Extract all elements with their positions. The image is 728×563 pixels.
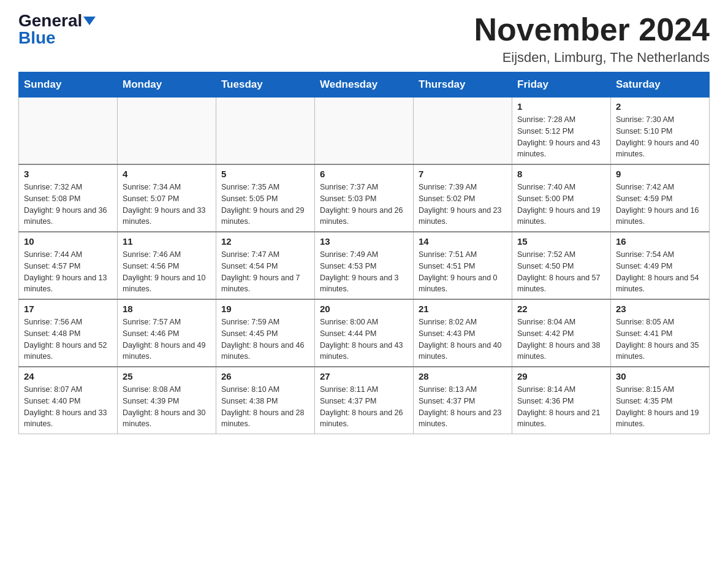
day-info: Sunrise: 8:05 AM Sunset: 4:41 PM Dayligh… bbox=[616, 316, 704, 362]
calendar-header-tuesday: Tuesday bbox=[216, 72, 315, 98]
day-info: Sunrise: 8:15 AM Sunset: 4:35 PM Dayligh… bbox=[616, 384, 704, 430]
calendar-cell: 9Sunrise: 7:42 AM Sunset: 4:59 PM Daylig… bbox=[611, 164, 710, 232]
calendar-cell: 20Sunrise: 8:00 AM Sunset: 4:44 PM Dayli… bbox=[315, 299, 414, 367]
calendar-cell: 2Sunrise: 7:30 AM Sunset: 5:10 PM Daylig… bbox=[611, 98, 710, 165]
calendar-cell: 25Sunrise: 8:08 AM Sunset: 4:39 PM Dayli… bbox=[118, 367, 216, 434]
calendar-cell: 17Sunrise: 7:56 AM Sunset: 4:48 PM Dayli… bbox=[19, 299, 118, 367]
location-subtitle: Eijsden, Limburg, The Netherlands bbox=[474, 50, 710, 66]
calendar-cell: 4Sunrise: 7:34 AM Sunset: 5:07 PM Daylig… bbox=[118, 164, 216, 232]
day-number: 29 bbox=[517, 371, 605, 381]
day-number: 6 bbox=[320, 169, 408, 179]
day-number: 16 bbox=[616, 236, 704, 247]
calendar-cell bbox=[315, 98, 414, 165]
day-info: Sunrise: 8:04 AM Sunset: 4:42 PM Dayligh… bbox=[517, 316, 605, 362]
day-info: Sunrise: 7:59 AM Sunset: 4:45 PM Dayligh… bbox=[221, 316, 309, 362]
day-number: 20 bbox=[320, 304, 408, 314]
calendar-cell: 22Sunrise: 8:04 AM Sunset: 4:42 PM Dayli… bbox=[512, 299, 611, 367]
day-number: 10 bbox=[24, 236, 112, 247]
day-info: Sunrise: 7:35 AM Sunset: 5:05 PM Dayligh… bbox=[221, 182, 309, 228]
calendar-cell: 16Sunrise: 7:54 AM Sunset: 4:49 PM Dayli… bbox=[611, 232, 710, 299]
day-number: 11 bbox=[123, 236, 211, 247]
calendar-cell: 13Sunrise: 7:49 AM Sunset: 4:53 PM Dayli… bbox=[315, 232, 414, 299]
day-info: Sunrise: 8:00 AM Sunset: 4:44 PM Dayligh… bbox=[320, 316, 408, 362]
calendar-week-row-4: 17Sunrise: 7:56 AM Sunset: 4:48 PM Dayli… bbox=[19, 299, 710, 367]
calendar-cell: 10Sunrise: 7:44 AM Sunset: 4:57 PM Dayli… bbox=[19, 232, 118, 299]
logo-triangle-icon bbox=[83, 17, 96, 25]
day-info: Sunrise: 8:10 AM Sunset: 4:38 PM Dayligh… bbox=[221, 384, 309, 430]
day-number: 2 bbox=[616, 101, 704, 112]
month-title: November 2024 bbox=[474, 12, 710, 47]
day-number: 8 bbox=[517, 169, 605, 179]
calendar-week-row-1: 1Sunrise: 7:28 AM Sunset: 5:12 PM Daylig… bbox=[19, 98, 710, 165]
calendar-header-wednesday: Wednesday bbox=[315, 72, 414, 98]
day-info: Sunrise: 7:47 AM Sunset: 4:54 PM Dayligh… bbox=[221, 249, 309, 295]
day-info: Sunrise: 7:34 AM Sunset: 5:07 PM Dayligh… bbox=[123, 182, 211, 228]
calendar-cell bbox=[216, 98, 315, 165]
calendar-cell: 18Sunrise: 7:57 AM Sunset: 4:46 PM Dayli… bbox=[118, 299, 216, 367]
day-number: 26 bbox=[221, 371, 309, 381]
day-number: 24 bbox=[24, 371, 112, 381]
calendar-cell: 19Sunrise: 7:59 AM Sunset: 4:45 PM Dayli… bbox=[216, 299, 315, 367]
day-info: Sunrise: 8:02 AM Sunset: 4:43 PM Dayligh… bbox=[419, 316, 507, 362]
calendar-cell: 30Sunrise: 8:15 AM Sunset: 4:35 PM Dayli… bbox=[611, 367, 710, 434]
day-number: 12 bbox=[221, 236, 309, 247]
calendar-cell: 23Sunrise: 8:05 AM Sunset: 4:41 PM Dayli… bbox=[611, 299, 710, 367]
calendar-cell: 7Sunrise: 7:39 AM Sunset: 5:02 PM Daylig… bbox=[414, 164, 512, 232]
day-info: Sunrise: 7:28 AM Sunset: 5:12 PM Dayligh… bbox=[517, 114, 605, 160]
calendar-cell bbox=[118, 98, 216, 165]
day-number: 9 bbox=[616, 169, 704, 179]
page-header: General Blue November 2024 Eijsden, Limb… bbox=[18, 12, 710, 66]
calendar-cell: 28Sunrise: 8:13 AM Sunset: 4:37 PM Dayli… bbox=[414, 367, 512, 434]
day-number: 4 bbox=[123, 169, 211, 179]
calendar-header-row: SundayMondayTuesdayWednesdayThursdayFrid… bbox=[19, 72, 710, 98]
calendar-header-saturday: Saturday bbox=[611, 72, 710, 98]
logo-general-text: General bbox=[18, 12, 82, 29]
calendar-cell: 14Sunrise: 7:51 AM Sunset: 4:51 PM Dayli… bbox=[414, 232, 512, 299]
calendar-cell: 6Sunrise: 7:37 AM Sunset: 5:03 PM Daylig… bbox=[315, 164, 414, 232]
day-number: 13 bbox=[320, 236, 408, 247]
calendar-cell: 24Sunrise: 8:07 AM Sunset: 4:40 PM Dayli… bbox=[19, 367, 118, 434]
calendar-week-row-2: 3Sunrise: 7:32 AM Sunset: 5:08 PM Daylig… bbox=[19, 164, 710, 232]
calendar-cell: 5Sunrise: 7:35 AM Sunset: 5:05 PM Daylig… bbox=[216, 164, 315, 232]
day-number: 14 bbox=[419, 236, 507, 247]
day-number: 27 bbox=[320, 371, 408, 381]
day-number: 15 bbox=[517, 236, 605, 247]
calendar-cell: 8Sunrise: 7:40 AM Sunset: 5:00 PM Daylig… bbox=[512, 164, 611, 232]
day-info: Sunrise: 7:52 AM Sunset: 4:50 PM Dayligh… bbox=[517, 249, 605, 295]
calendar-week-row-3: 10Sunrise: 7:44 AM Sunset: 4:57 PM Dayli… bbox=[19, 232, 710, 299]
day-info: Sunrise: 8:11 AM Sunset: 4:37 PM Dayligh… bbox=[320, 384, 408, 430]
day-info: Sunrise: 7:39 AM Sunset: 5:02 PM Dayligh… bbox=[419, 182, 507, 228]
day-info: Sunrise: 8:14 AM Sunset: 4:36 PM Dayligh… bbox=[517, 384, 605, 430]
calendar-cell bbox=[414, 98, 512, 165]
calendar-header-friday: Friday bbox=[512, 72, 611, 98]
calendar-table: SundayMondayTuesdayWednesdayThursdayFrid… bbox=[18, 72, 710, 434]
day-number: 17 bbox=[24, 304, 112, 314]
day-number: 30 bbox=[616, 371, 704, 381]
day-number: 18 bbox=[123, 304, 211, 314]
day-number: 25 bbox=[123, 371, 211, 381]
calendar-cell: 29Sunrise: 8:14 AM Sunset: 4:36 PM Dayli… bbox=[512, 367, 611, 434]
day-number: 5 bbox=[221, 169, 309, 179]
day-number: 3 bbox=[24, 169, 112, 179]
day-info: Sunrise: 7:40 AM Sunset: 5:00 PM Dayligh… bbox=[517, 182, 605, 228]
day-info: Sunrise: 7:51 AM Sunset: 4:51 PM Dayligh… bbox=[419, 249, 507, 295]
day-number: 21 bbox=[419, 304, 507, 314]
day-info: Sunrise: 7:32 AM Sunset: 5:08 PM Dayligh… bbox=[24, 182, 112, 228]
logo-blue-text: Blue bbox=[18, 29, 56, 47]
calendar-cell bbox=[19, 98, 118, 165]
calendar-header-monday: Monday bbox=[118, 72, 216, 98]
logo: General Blue bbox=[18, 12, 96, 47]
day-info: Sunrise: 8:08 AM Sunset: 4:39 PM Dayligh… bbox=[123, 384, 211, 430]
day-number: 22 bbox=[517, 304, 605, 314]
calendar-cell: 26Sunrise: 8:10 AM Sunset: 4:38 PM Dayli… bbox=[216, 367, 315, 434]
day-info: Sunrise: 7:49 AM Sunset: 4:53 PM Dayligh… bbox=[320, 249, 408, 295]
day-info: Sunrise: 8:07 AM Sunset: 4:40 PM Dayligh… bbox=[24, 384, 112, 430]
calendar-cell: 3Sunrise: 7:32 AM Sunset: 5:08 PM Daylig… bbox=[19, 164, 118, 232]
calendar-cell: 1Sunrise: 7:28 AM Sunset: 5:12 PM Daylig… bbox=[512, 98, 611, 165]
calendar-cell: 15Sunrise: 7:52 AM Sunset: 4:50 PM Dayli… bbox=[512, 232, 611, 299]
day-info: Sunrise: 7:56 AM Sunset: 4:48 PM Dayligh… bbox=[24, 316, 112, 362]
day-number: 28 bbox=[419, 371, 507, 381]
calendar-header-thursday: Thursday bbox=[414, 72, 512, 98]
calendar-cell: 11Sunrise: 7:46 AM Sunset: 4:56 PM Dayli… bbox=[118, 232, 216, 299]
day-info: Sunrise: 7:54 AM Sunset: 4:49 PM Dayligh… bbox=[616, 249, 704, 295]
